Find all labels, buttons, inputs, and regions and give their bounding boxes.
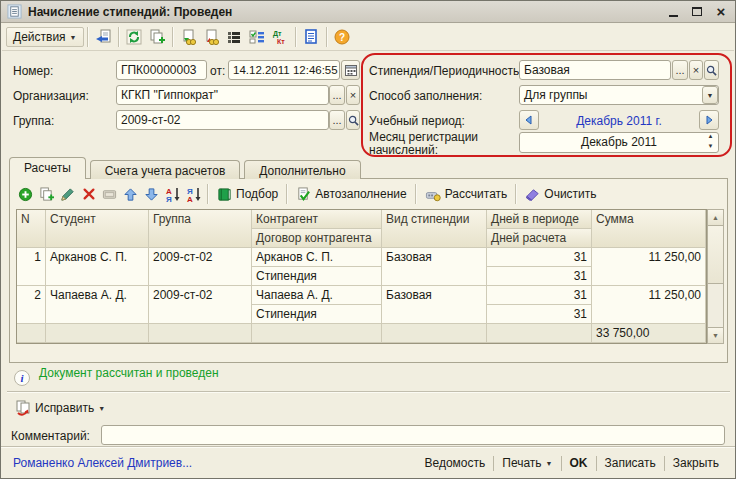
study-period-prev-button[interactable]	[519, 110, 539, 130]
report-button[interactable]	[300, 26, 323, 48]
reread-button[interactable]	[92, 26, 115, 48]
toolbar-separator	[118, 27, 120, 47]
reg-month-label: Месяц регистрации начислений:	[369, 131, 478, 157]
number-field[interactable]: ГПК00000003	[116, 60, 207, 80]
clear-button[interactable]: Очистить	[520, 184, 601, 205]
window-minimize-button[interactable]	[665, 4, 681, 20]
cell-kind[interactable]: Базовая	[382, 248, 487, 286]
table-scrollbar[interactable]: ▲ ▼	[707, 209, 724, 344]
group-open-button[interactable]	[346, 110, 360, 130]
organization-clear-button[interactable]: ×	[346, 85, 360, 105]
study-period-value[interactable]: Декабрь 2011 г.	[541, 114, 697, 128]
pick-button[interactable]: Подбор	[212, 184, 283, 205]
stipend-select-button[interactable]: ...	[672, 60, 688, 80]
calendar-button[interactable]	[341, 60, 360, 80]
stipend-label: Стипендия/Периодичность:	[369, 64, 523, 78]
post-document-button[interactable]	[177, 26, 200, 48]
scroll-down-button[interactable]: ▼	[708, 327, 723, 343]
copy-button[interactable]	[146, 26, 169, 48]
close-button[interactable]: Закрыть	[665, 454, 727, 472]
cell-student[interactable]: Арканов С. П.	[46, 248, 149, 286]
help-button[interactable]: ?	[331, 26, 354, 48]
titlebar: Начисление стипендий: Проведен ×	[1, 1, 735, 23]
organization-label: Организация:	[13, 89, 89, 103]
edit-row-button[interactable]	[57, 184, 78, 205]
print-button[interactable]: Печать ▼	[494, 454, 560, 472]
scroll-down-icon: ▼	[712, 332, 719, 339]
cell-contract[interactable]: Стипендия	[252, 267, 382, 286]
autofill-label: Автозаполнение	[315, 187, 406, 201]
tab-dopolnitelno[interactable]: Дополнительно	[244, 160, 360, 179]
organization-field[interactable]: КГКП "Гиппократ"	[116, 85, 329, 105]
cell-contract[interactable]: Стипендия	[252, 305, 382, 324]
cell-group[interactable]: 2009-ст-02	[149, 286, 252, 324]
cell-counterparty[interactable]: Чапаева А. Д.	[252, 286, 382, 305]
cell-group[interactable]: 2009-ст-02	[149, 248, 252, 286]
arrow-left-icon	[524, 115, 534, 125]
comment-input[interactable]	[101, 425, 725, 445]
cell-days-calc[interactable]: 31	[487, 305, 592, 324]
stipend-open-button[interactable]	[704, 60, 719, 80]
reg-month-field[interactable]: Декабрь 2011	[519, 132, 719, 153]
tab-raschety[interactable]: Расчеты	[9, 157, 86, 179]
calculations-table: N Студент Группа Контрагент Вид стипенди…	[16, 209, 707, 344]
calculate-button[interactable]: Рассчитать	[420, 184, 513, 205]
vedomost-button[interactable]: Ведомость	[416, 454, 493, 472]
col-header-days-calc: Дней расчета	[487, 229, 592, 248]
tab-bar: Расчеты Счета учета расчетов Дополнитель…	[9, 157, 365, 179]
actions-button[interactable]: Действия ▼	[6, 27, 84, 47]
stipend-clear-button[interactable]: ×	[689, 60, 703, 80]
posting-settings-button[interactable]	[246, 26, 269, 48]
svg-text:Я: Я	[166, 195, 172, 202]
study-period-next-button[interactable]	[699, 110, 719, 130]
end-edit-button-disabled[interactable]	[99, 184, 120, 205]
reg-month-spinner[interactable]: ▲ ▼	[703, 133, 718, 152]
toolbar-separator	[515, 184, 517, 204]
cell-counterparty[interactable]: Арканов С. П.	[252, 248, 382, 267]
save-button[interactable]: Записать	[597, 454, 664, 472]
fill-method-combobox[interactable]: Для группы	[519, 85, 719, 105]
scroll-up-button[interactable]: ▲	[708, 210, 723, 226]
fix-button[interactable]: Исправить ▼	[11, 398, 109, 418]
add-row-button[interactable]	[15, 184, 36, 205]
cell-days-period[interactable]: 31	[487, 248, 592, 267]
delete-row-button[interactable]	[78, 184, 99, 205]
document-movements-button[interactable]	[223, 26, 246, 48]
unpost-document-button[interactable]	[200, 26, 223, 48]
move-up-icon	[123, 187, 138, 202]
group-select-button[interactable]: ...	[329, 110, 345, 130]
fill-method-drop-button[interactable]: ▼	[702, 86, 718, 104]
cell-n[interactable]: 1	[17, 248, 46, 286]
cell-sum[interactable]: 11 250,00	[592, 248, 706, 286]
window-close-button[interactable]: ×	[713, 4, 729, 20]
copy-icon	[149, 29, 165, 45]
cell-n[interactable]: 2	[17, 286, 46, 324]
cell-sum[interactable]: 11 250,00	[592, 286, 706, 324]
cell-student[interactable]: Чапаева А. Д.	[46, 286, 149, 324]
autofill-button[interactable]: Автозаполнение	[291, 184, 411, 205]
end-edit-icon	[102, 187, 117, 202]
date-field[interactable]: 14.12.2011 12:46:55	[228, 60, 340, 80]
cell-days-calc[interactable]: 31	[487, 267, 592, 286]
window-maximize-button[interactable]	[689, 4, 705, 20]
ok-button[interactable]: OK	[562, 454, 596, 472]
status-message: Документ рассчитан и проведен	[39, 366, 219, 380]
refresh-button[interactable]	[123, 26, 146, 48]
group-field[interactable]: 2009-ст-02	[116, 110, 329, 130]
tab-scheta-ucheta[interactable]: Счета учета расчетов	[90, 160, 240, 179]
move-up-button[interactable]	[120, 184, 141, 205]
scrollbar-thumb[interactable]	[708, 226, 723, 284]
move-down-button[interactable]	[141, 184, 162, 205]
col-header-contract: Договор контрагента	[252, 229, 382, 248]
sort-descending-button[interactable]: Я А	[183, 184, 204, 205]
footer: Романенко Алексей Дмитриев... Ведомость …	[1, 449, 735, 477]
copy-row-button[interactable]	[36, 184, 57, 205]
cell-kind[interactable]: Базовая	[382, 286, 487, 324]
sort-ascending-button[interactable]: А Я	[162, 184, 183, 205]
stipend-field[interactable]: Базовая	[519, 60, 671, 80]
organization-select-button[interactable]: ...	[329, 85, 345, 105]
list-icon	[226, 29, 242, 45]
cell-days-period[interactable]: 31	[487, 286, 592, 305]
show-postings-button[interactable]: Дт Кт	[269, 26, 292, 48]
eraser-icon	[525, 187, 540, 202]
